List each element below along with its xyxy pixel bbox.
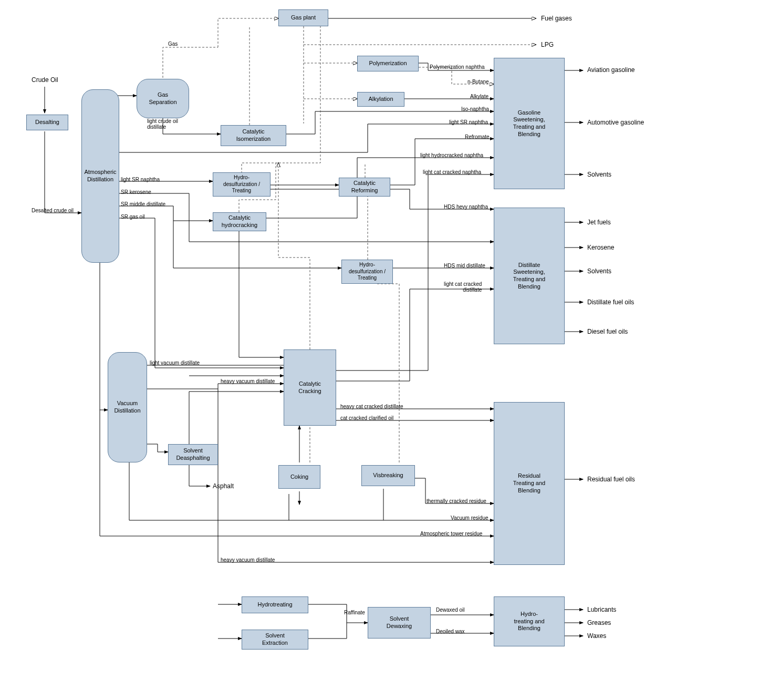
solvent-dewaxing-node: Solvent Dewaxing: [368, 607, 431, 639]
distillate-blending-node: Distillate Sweetening, Treating and Blen…: [494, 208, 565, 344]
residual-blending-node: Residual Treating and Blending: [494, 402, 565, 565]
solvents-2-output: Solvents: [587, 267, 611, 275]
light-sr-naphtha-left-label: light SR naphtha: [121, 177, 160, 182]
heavy-cat-cracked-distillate-label: heavy cat cracked distillate: [340, 404, 403, 409]
alkylation-node: Alkylation: [357, 92, 404, 107]
lubricants-output: Lubricants: [587, 606, 616, 613]
n-butane-label: n-Butane: [467, 79, 489, 85]
lpg-output: LPG: [541, 41, 554, 48]
heavy-vacuum-distillate-1-label: heavy vacuum distillate: [221, 378, 275, 384]
fuel-gases-output: Fuel gases: [541, 15, 572, 22]
gas-separation-node: Gas Separation: [137, 79, 189, 118]
catalytic-hydrocracking-node: Catalytic hydrocracking: [213, 212, 266, 231]
sr-kerosene-label: SR kerosene: [121, 189, 151, 195]
desalting-node: Desalting: [26, 115, 68, 130]
automotive-gasoline-output: Automotive gasoline: [587, 119, 644, 126]
gas-edge-label: Gas: [168, 41, 178, 47]
greases-output: Greases: [587, 619, 611, 626]
polymerization-node: Polymerization: [357, 56, 419, 71]
heavy-vacuum-distillate-2-label: heavy vacuum distillate: [221, 557, 275, 563]
visbreaking-node: Visbreaking: [361, 465, 415, 486]
iso-naphtha-label: Iso-naphtha: [461, 106, 489, 112]
hydro-desulf-2-node: Hydro- desulfurization / Treating: [341, 260, 393, 284]
refromate-label: Refromate: [465, 134, 490, 140]
light-hydrocracked-naphtha-label: light hydrocracked naphtha: [420, 152, 483, 158]
raffinate-label: Raffinate: [344, 610, 365, 615]
hds-hevy-naphtha-label: HDS hevy naphtha: [444, 204, 488, 210]
residual-fuel-oils-output: Residual fuel oils: [587, 476, 635, 483]
deoiled-wax-label: Deoiled wax: [436, 629, 464, 634]
crude-oil-label: Crude Oil: [32, 76, 58, 84]
vacuum-residue-label: Vacuum residue: [451, 515, 488, 521]
jet-fuels-output: Jet fuels: [587, 219, 611, 226]
waxes-output: Waxes: [587, 632, 606, 640]
dewaxed-oil-label: Dewaxed oil: [436, 607, 464, 613]
hydro-desulf-1-node: Hydro- desulfurization / Treating: [213, 172, 271, 197]
catalytic-isomerization-node: Catalytic Isomerization: [221, 125, 286, 146]
desalted-crude-oil-label: Desalted crude oil: [32, 208, 74, 213]
light-sr-naphtha-right-label: light SR naphtha: [449, 119, 488, 125]
distillate-fuel-oils-output: Distillate fuel oils: [587, 298, 634, 306]
aviation-gasoline-output: Aviation gasoline: [587, 66, 635, 74]
vacuum-distillation-node: Vacuum Distillation: [108, 352, 147, 462]
coking-node: Coking: [278, 465, 320, 489]
light-cat-cracked-naphtha-label: light cat cracked naphtha: [423, 169, 481, 175]
light-cat-cracked-distillate-label: light cat cracked distillate: [444, 281, 482, 293]
solvent-extraction-node: Solvent Extraction: [242, 630, 308, 650]
cat-cracked-clarified-oil-label: cat cracked clarified oil: [340, 415, 393, 421]
hydro-treating-blending-node: Hydro- treating and Blending: [494, 596, 565, 646]
solvent-deasphalting-node: Solvent Deasphalting: [168, 444, 218, 465]
solvents-1-output: Solvents: [587, 171, 611, 178]
light-crude-oil-distillate-label: light crude oil distillate: [147, 118, 178, 130]
hydrotreating-node: Hydrotreating: [242, 596, 308, 613]
catalytic-reforming-node: Catalytic Reforming: [339, 178, 390, 197]
atmospheric-tower-residue-label: Atmospheric tower residue: [420, 531, 482, 537]
gasoline-blending-node: Gasoline Sweetening, Treating and Blendi…: [494, 58, 565, 189]
sr-gas-oil-label: SR gas oil: [121, 214, 145, 220]
sr-middle-distillate-label: SR middle distillate: [121, 201, 165, 207]
diesel-fuel-oils-output: Diesel fuel oils: [587, 328, 628, 335]
atmospheric-distillation-node: Atmospheric Distillation: [81, 89, 119, 263]
hds-mid-distillate-label: HDS mid distillate: [444, 263, 485, 269]
thermally-cracked-residue-label: thermally cracked residue: [427, 498, 486, 504]
gas-plant-node: Gas plant: [278, 9, 328, 26]
alkylate-label: Alkylate: [470, 94, 488, 99]
catalytic-cracking-node: Catalytic Cracking: [284, 349, 336, 426]
light-vacuum-distillate-label: light vacuum distillate: [150, 360, 200, 366]
kerosene-output: Kerosene: [587, 244, 614, 251]
asphalt-label: Asphalt: [213, 482, 234, 490]
polymerization-naphtha-label: Polymerization naphtha: [430, 64, 485, 70]
